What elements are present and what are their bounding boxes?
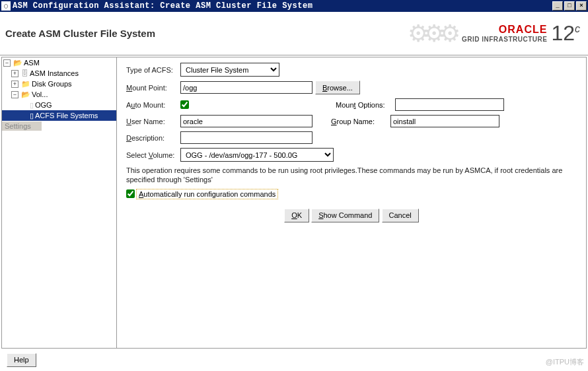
app-icon: ◯	[1, 1, 11, 11]
grid-infra-text: GRID INFRASTRUCTURE	[462, 36, 548, 43]
collapse-icon[interactable]: −	[11, 91, 18, 98]
navigation-tree[interactable]: − 📂 ASM + 🗄 ASM Instances + 📁 Disk Group…	[1, 57, 117, 349]
browse-button[interactable]: Browse...	[315, 81, 360, 94]
window-titlebar: ◯ ASM Configuration Assistant: Create AS…	[0, 0, 588, 12]
folder-open-icon: 📂	[13, 59, 22, 67]
mount-options-input[interactable]	[395, 98, 504, 111]
close-button[interactable]: ×	[576, 1, 587, 11]
minimize-button[interactable]: _	[552, 1, 563, 11]
show-command-button[interactable]: Show Command	[311, 209, 379, 222]
database-icon: 🗄	[21, 69, 28, 77]
watermark-text: @ITPU博客	[546, 357, 584, 367]
page-header: Create ASM Cluster File System ⚙⚙⚙ ORACL…	[0, 12, 588, 55]
tree-volumes[interactable]: − 📂 Vol...	[2, 89, 116, 100]
version-number: 12c	[551, 21, 580, 45]
ok-button[interactable]: OK	[284, 209, 309, 222]
form-panel: Type of ACFS: Cluster File System Mount …	[117, 57, 587, 349]
auto-mount-label: Auto Mount:	[126, 101, 180, 109]
info-text: This operation requires some commands to…	[126, 166, 577, 185]
autorun-label: Automatically run configuration commands	[136, 189, 278, 199]
gears-decoration: ⚙⚙⚙	[408, 20, 455, 48]
expand-icon[interactable]: +	[11, 70, 18, 77]
tree-ogg[interactable]: ▯ OGG	[2, 100, 116, 110]
user-name-label: User Name:	[126, 118, 180, 125]
help-button[interactable]: Help	[7, 353, 36, 367]
user-name-input[interactable]	[180, 115, 312, 127]
cancel-button[interactable]: Cancel	[382, 209, 419, 222]
folder-icon: 📁	[21, 80, 30, 88]
description-label: Description:	[126, 134, 180, 142]
description-input[interactable]	[180, 131, 312, 144]
collapse-icon[interactable]: −	[3, 59, 11, 67]
tree-disk-groups[interactable]: + 📁 Disk Groups	[2, 79, 116, 89]
file-icon: ▯	[30, 101, 34, 110]
mount-options-label: Mount Options:	[336, 101, 395, 109]
brand-logo: ORACLE GRID INFRASTRUCTURE 12c	[462, 22, 580, 45]
type-of-acfs-label: Type of ACFS:	[126, 66, 180, 74]
window-title: ASM Configuration Assistant: Create ASM …	[13, 1, 551, 11]
auto-mount-checkbox[interactable]	[180, 100, 189, 109]
folder-open-icon: 📂	[21, 90, 30, 99]
mount-point-label: Mount Point:	[126, 84, 180, 92]
tree-settings-disabled: Settings	[2, 121, 42, 131]
oracle-logo-text: ORACLE	[462, 24, 548, 36]
expand-icon[interactable]: +	[11, 81, 18, 88]
select-volume-select[interactable]: OGG - /dev/asm/ogg-177 - 500.0G	[180, 148, 334, 162]
group-name-label: Group Name:	[331, 118, 390, 125]
select-volume-label: Select Volume:	[126, 151, 180, 159]
type-of-acfs-select[interactable]: Cluster File System	[180, 63, 279, 77]
tree-asm-instances[interactable]: + 🗄 ASM Instances	[2, 68, 116, 79]
maximize-button[interactable]: □	[564, 1, 575, 11]
mount-point-input[interactable]	[180, 81, 312, 94]
tree-acfs-file-systems[interactable]: ▯ ACFS File Systems	[2, 110, 116, 121]
page-title: Create ASM Cluster File System	[5, 28, 408, 39]
footer-bar: Help @ITPU博客	[0, 350, 588, 370]
file-icon: ▯	[30, 112, 34, 120]
group-name-input[interactable]	[390, 115, 499, 127]
tree-root-asm[interactable]: − 📂 ASM	[2, 57, 116, 68]
autorun-checkbox[interactable]	[126, 189, 135, 198]
